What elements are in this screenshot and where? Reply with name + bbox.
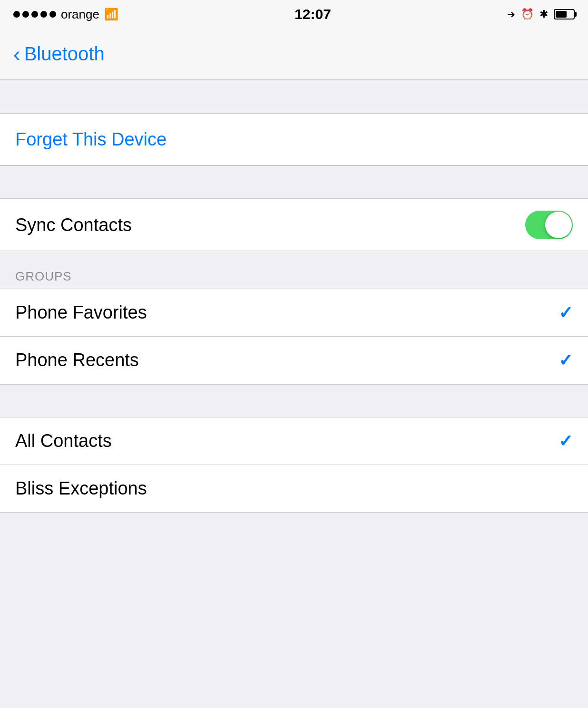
all-contacts-cell[interactable]: All Contacts ✓ — [0, 417, 588, 465]
groups-section-header: GROUPS — [0, 251, 588, 289]
status-left: orange 📶 — [13, 7, 118, 22]
wifi-icon: 📶 — [104, 8, 118, 21]
phone-favorites-cell[interactable]: Phone Favorites ✓ — [0, 289, 588, 337]
phone-favorites-label: Phone Favorites — [15, 302, 559, 323]
status-right: ➔ ⏰ ✱ — [507, 8, 575, 20]
forget-device-label: Forget This Device — [15, 129, 167, 150]
alarm-icon: ⏰ — [521, 8, 534, 20]
phone-favorites-checkmark: ✓ — [559, 303, 573, 323]
section-divider-1 — [0, 80, 588, 113]
battery-fill — [556, 11, 567, 18]
bliss-exceptions-label: Bliss Exceptions — [15, 478, 573, 499]
status-bar: orange 📶 12:07 ➔ ⏰ ✱ — [0, 0, 588, 29]
carrier-label: orange — [61, 7, 99, 22]
toggle-knob — [545, 212, 572, 238]
signal-dot-3 — [31, 11, 38, 18]
groups-label: GROUPS — [15, 269, 72, 284]
bluetooth-icon: ✱ — [539, 8, 548, 20]
navigation-header: ‹ Bluetooth — [0, 29, 588, 80]
all-contacts-label: All Contacts — [15, 431, 559, 451]
bottom-divider — [0, 384, 588, 417]
phone-recents-cell[interactable]: Phone Recents ✓ — [0, 337, 588, 384]
back-label: Bluetooth — [24, 43, 105, 65]
battery-indicator — [554, 9, 575, 19]
sync-contacts-label: Sync Contacts — [15, 215, 525, 235]
sync-contacts-toggle[interactable] — [525, 211, 573, 239]
phone-recents-checkmark: ✓ — [559, 350, 573, 370]
signal-strength — [13, 11, 56, 18]
bliss-exceptions-cell[interactable]: Bliss Exceptions — [0, 465, 588, 513]
section-divider-2 — [0, 165, 588, 199]
signal-dot-2 — [22, 11, 29, 18]
signal-dot-5 — [49, 11, 56, 18]
all-contacts-checkmark: ✓ — [559, 431, 573, 451]
signal-dot-4 — [40, 11, 47, 18]
forget-device-cell[interactable]: Forget This Device — [0, 113, 588, 165]
status-time: 12:07 — [294, 6, 331, 22]
bottom-padding — [0, 513, 588, 703]
phone-recents-label: Phone Recents — [15, 350, 559, 370]
signal-dot-1 — [13, 11, 20, 18]
sync-contacts-cell[interactable]: Sync Contacts — [0, 199, 588, 251]
back-button[interactable]: ‹ Bluetooth — [13, 43, 105, 65]
location-icon: ➔ — [507, 9, 515, 20]
back-chevron-icon: ‹ — [13, 44, 20, 65]
